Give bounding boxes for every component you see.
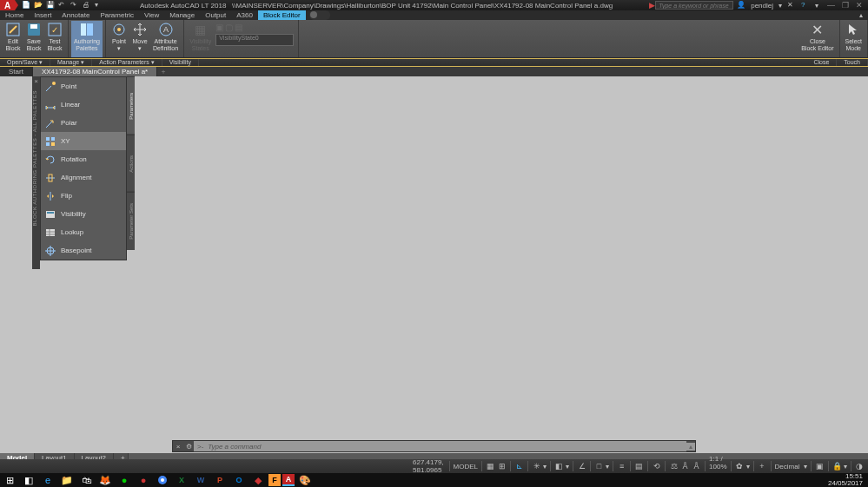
qat-redo-icon[interactable]: ↷: [70, 1, 79, 10]
palette-item-polar[interactable]: Polar: [41, 114, 126, 132]
start-button[interactable]: ⊞: [0, 473, 19, 487]
ribbon-minimize-icon[interactable]: ▴: [854, 10, 868, 20]
tb-excel-icon[interactable]: X: [172, 473, 191, 487]
tab-block-editor[interactable]: Block Editor: [258, 10, 306, 20]
panel-label-manage[interactable]: Manage ▾: [50, 59, 92, 66]
palette-item-linear[interactable]: Linear: [41, 95, 126, 114]
doc-tab-start[interactable]: Start: [0, 67, 33, 76]
annoscale-icon[interactable]: ⚖: [669, 462, 679, 471]
doc-tab-current[interactable]: XX41792-08 MainControl Panel a*: [33, 67, 157, 76]
panel-label-actionparams[interactable]: Action Parameters ▾: [92, 59, 162, 66]
exchange-icon[interactable]: ✕: [787, 1, 796, 10]
palette-item-basepoint[interactable]: Basepoint: [41, 241, 126, 260]
tab-parametric[interactable]: Parametric: [95, 10, 139, 20]
lineweight-icon[interactable]: ≡: [617, 462, 626, 471]
polar-icon[interactable]: ✳: [532, 462, 541, 471]
point-button[interactable]: Point▾: [109, 21, 129, 57]
qat-save-icon[interactable]: 💾: [46, 1, 55, 10]
system-clock[interactable]: 15:51 24/05/2017: [828, 473, 868, 487]
cmdline-customize-icon[interactable]: ⚙: [183, 443, 194, 451]
select-mode-button[interactable]: Select Mode: [843, 21, 865, 57]
qat-open-icon[interactable]: 📂: [34, 1, 43, 10]
palette-item-xy[interactable]: XY: [41, 132, 126, 150]
test-block-button[interactable]: ✓Test Block: [44, 21, 65, 57]
isodraft-dropdown-icon[interactable]: ▾: [566, 463, 569, 471]
save-block-button[interactable]: Save Block: [23, 21, 44, 57]
tb-app2-icon[interactable]: ◆: [248, 473, 268, 487]
palette-item-visibility[interactable]: Visibility: [41, 205, 126, 223]
status-space-button[interactable]: MODEL: [449, 461, 481, 471]
tb-app3-icon[interactable]: F: [268, 474, 281, 486]
tb-chrome-icon[interactable]: [153, 473, 172, 487]
tab-manage[interactable]: Manage: [164, 10, 200, 20]
tb-edge-icon[interactable]: e: [38, 473, 57, 487]
otrack-icon[interactable]: □: [594, 462, 604, 471]
taskview-icon[interactable]: ◧: [19, 473, 38, 487]
palette-item-point[interactable]: Point: [41, 77, 126, 95]
ortho-icon[interactable]: ⊾: [514, 462, 524, 471]
otrack-dropdown-icon[interactable]: ▾: [606, 463, 609, 471]
palette-item-flip[interactable]: Flip: [41, 187, 126, 205]
tb-word-icon[interactable]: W: [191, 473, 210, 487]
polar-dropdown-icon[interactable]: ▾: [543, 463, 547, 471]
isodraft-icon[interactable]: ◧: [554, 462, 564, 471]
ribbon-toggle-switch[interactable]: [309, 10, 330, 20]
selection-cycling-icon[interactable]: ⟲: [652, 462, 661, 471]
minimize-icon[interactable]: —: [827, 1, 835, 10]
tab-output[interactable]: Output: [200, 10, 231, 20]
qat-print-icon[interactable]: 🖨: [83, 1, 91, 10]
command-input[interactable]: >- Type a command: [194, 441, 686, 451]
user-name[interactable]: pendlej: [751, 2, 773, 10]
app-logo[interactable]: A: [0, 0, 15, 10]
tb-explorer-icon[interactable]: 📁: [57, 473, 76, 487]
transparency-icon[interactable]: ▤: [634, 462, 644, 471]
lockui-icon[interactable]: 🔒: [832, 462, 842, 471]
tb-app1-icon[interactable]: ●: [134, 473, 153, 487]
palette-item-lookup[interactable]: Lookup: [41, 223, 126, 241]
tab-home[interactable]: Home: [0, 10, 29, 20]
authoring-palettes-button[interactable]: Authoring Palettes: [71, 21, 103, 57]
annoscale2-icon[interactable]: Å: [680, 462, 690, 471]
tab-a360[interactable]: A360: [231, 10, 258, 20]
grid-icon[interactable]: ▦: [486, 462, 495, 471]
user-dropdown-icon[interactable]: ▾: [779, 2, 782, 10]
qat-new-icon[interactable]: 📄: [22, 1, 30, 10]
cmdline-close-icon[interactable]: ×: [173, 443, 183, 451]
help-icon[interactable]: ?: [801, 1, 810, 10]
signin-icon[interactable]: 👤: [737, 1, 745, 10]
tab-view[interactable]: View: [139, 10, 164, 20]
qat-dropdown-icon[interactable]: ▾: [95, 1, 103, 10]
close-icon[interactable]: ✕: [856, 1, 863, 10]
workspace-icon[interactable]: ✿: [735, 462, 745, 471]
tab-annotate[interactable]: Annotate: [56, 10, 95, 20]
help-dropdown-icon[interactable]: ▾: [815, 2, 818, 10]
panel-label-opensave[interactable]: Open/Save ▾: [0, 59, 50, 66]
workspace-dropdown-icon[interactable]: ▾: [746, 463, 750, 471]
quickprops-icon[interactable]: ▣: [815, 462, 825, 471]
restore-icon[interactable]: ❐: [842, 1, 849, 10]
palette-item-alignment[interactable]: Alignment: [41, 168, 126, 187]
tb-outlook-icon[interactable]: O: [229, 473, 248, 487]
edit-block-button[interactable]: Edit Block: [3, 21, 23, 57]
qat-undo-icon[interactable]: ↶: [58, 1, 67, 10]
status-scale[interactable]: 1:1 / 100% ▾: [705, 461, 730, 471]
palette-tab-actions[interactable]: Actions: [127, 135, 135, 193]
move-button[interactable]: Move▾: [129, 21, 150, 57]
snap-icon[interactable]: ⊞: [497, 462, 507, 471]
annomonitor-icon[interactable]: +: [758, 462, 767, 471]
palette-tab-paramsets[interactable]: Parameter Sets: [127, 192, 135, 250]
palette-item-rotation[interactable]: Rotation: [41, 150, 126, 168]
osnap-icon[interactable]: ∠: [577, 462, 586, 471]
tb-store-icon[interactable]: 🛍: [76, 473, 96, 487]
tb-paint-icon[interactable]: 🎨: [295, 473, 315, 487]
isolate-icon[interactable]: ◑: [855, 462, 865, 471]
lockui-dropdown-icon[interactable]: ▾: [844, 463, 847, 471]
tb-autocad-icon[interactable]: A: [282, 474, 295, 486]
palette-title-bar[interactable]: × BLOCK AUTHORING PALETTES - ALL PALETTE…: [32, 76, 40, 269]
close-block-editor-button[interactable]: ✕Close Block Editor: [798, 21, 836, 57]
tab-insert[interactable]: Insert: [29, 10, 56, 20]
tb-skype-icon[interactable]: ●: [115, 473, 134, 487]
attribute-definition-button[interactable]: AAttribute Definition: [150, 21, 181, 57]
tb-firefox-icon[interactable]: 🦊: [96, 473, 115, 487]
status-units[interactable]: Decimal ▾: [771, 461, 811, 471]
